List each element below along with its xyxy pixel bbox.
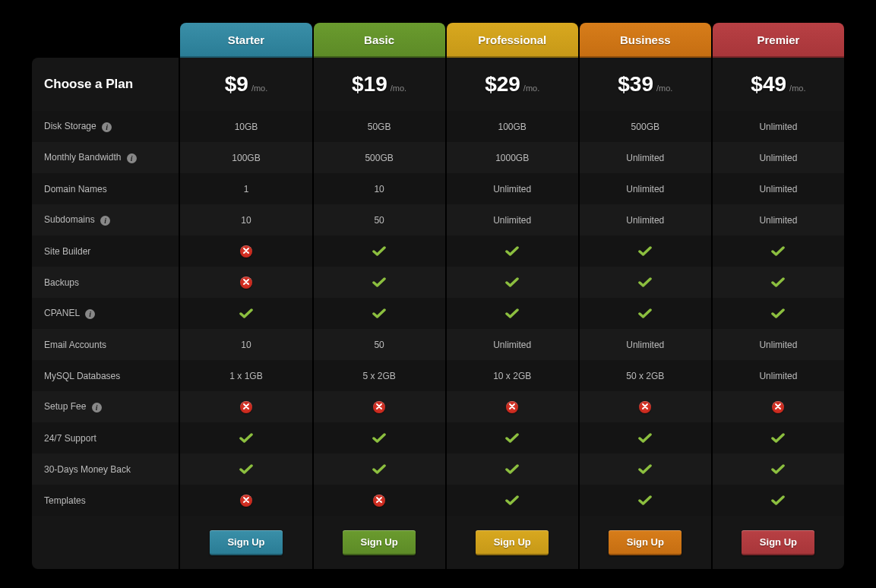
info-icon[interactable]: i xyxy=(102,122,112,132)
pricing-table: Starter Basic Professional Business Prem… xyxy=(30,23,846,569)
feature-value: Unlimited xyxy=(713,142,844,173)
feature-value-text: Unlimited xyxy=(626,215,664,226)
price-suffix: /mo. xyxy=(391,84,406,93)
feature-value-text: Unlimited xyxy=(626,340,664,350)
plan-name: Professional xyxy=(478,33,546,46)
feature-value: 500GB xyxy=(314,142,445,173)
feature-value: Unlimited xyxy=(580,142,711,173)
feature-row: 24/7 Support xyxy=(32,422,844,454)
price-value: $49 xyxy=(751,72,786,96)
signup-row: Sign UpSign UpSign UpSign UpSign Up xyxy=(32,516,844,569)
feature-value-text: 50 xyxy=(374,340,384,350)
info-icon[interactable]: i xyxy=(127,153,137,163)
feature-value xyxy=(314,454,445,485)
check-icon xyxy=(771,277,785,288)
feature-value xyxy=(180,267,312,298)
feature-value-text: Unlimited xyxy=(759,153,797,163)
cross-icon xyxy=(639,401,651,413)
feature-value-text: Unlimited xyxy=(626,153,664,163)
info-icon[interactable]: i xyxy=(92,403,102,413)
feature-value-text: Unlimited xyxy=(759,122,797,132)
plan-header-professional: Professional xyxy=(447,23,578,58)
feature-value-text: 10 x 2GB xyxy=(493,371,531,381)
feature-label: Email Accounts xyxy=(32,329,179,360)
feature-value: Unlimited xyxy=(713,173,844,204)
check-icon xyxy=(372,464,386,475)
cross-icon xyxy=(240,401,252,413)
signup-button-professional[interactable]: Sign Up xyxy=(476,530,549,555)
check-icon xyxy=(771,246,785,257)
check-icon xyxy=(638,464,652,475)
signup-button-premier[interactable]: Sign Up xyxy=(742,530,814,555)
feature-value: 1 xyxy=(180,173,312,204)
feature-value xyxy=(180,236,312,267)
plan-price-professional: $29/mo. xyxy=(447,58,578,111)
price-value: $19 xyxy=(352,72,387,96)
feature-value-text: 100GB xyxy=(498,122,527,132)
info-icon[interactable]: i xyxy=(100,216,110,226)
feature-label: Subdomains i xyxy=(32,204,179,236)
feature-value: Unlimited xyxy=(713,329,844,360)
feature-row: 30-Days Money Back xyxy=(32,454,844,485)
feature-value xyxy=(447,391,578,422)
feature-row: Templates xyxy=(32,485,844,516)
feature-row: Domain Names110UnlimitedUnlimitedUnlimit… xyxy=(32,173,844,204)
feature-value xyxy=(314,422,445,454)
feature-label: Setup Fee i xyxy=(32,391,179,422)
feature-value xyxy=(447,485,578,516)
feature-value: Unlimited xyxy=(713,204,844,236)
feature-value-text: 1 x 1GB xyxy=(229,371,262,381)
check-icon xyxy=(638,495,652,506)
feature-label: Monthly Bandwidth i xyxy=(32,142,179,173)
feature-label: CPANEL i xyxy=(32,298,179,329)
signup-button-basic[interactable]: Sign Up xyxy=(343,530,416,555)
feature-value xyxy=(580,267,711,298)
feature-label: Backups xyxy=(32,267,179,298)
check-icon xyxy=(239,433,253,444)
check-icon xyxy=(505,277,519,288)
feature-value: Unlimited xyxy=(580,329,711,360)
feature-value xyxy=(314,298,445,329)
feature-value: 50 xyxy=(314,204,445,236)
check-icon xyxy=(505,308,519,319)
check-icon xyxy=(239,308,253,319)
check-icon xyxy=(771,433,785,444)
feature-value: 10 xyxy=(314,173,445,204)
price-suffix: /mo. xyxy=(251,84,267,93)
check-icon xyxy=(505,246,519,257)
feature-value: 10 xyxy=(180,204,312,236)
header-spacer xyxy=(32,23,179,58)
cross-icon xyxy=(772,401,784,413)
feature-value: Unlimited xyxy=(447,173,578,204)
signup-button-starter[interactable]: Sign Up xyxy=(210,530,283,555)
info-icon[interactable]: i xyxy=(85,309,95,319)
feature-value-text: 1000GB xyxy=(495,153,529,163)
feature-value: 100GB xyxy=(447,111,578,142)
price-value: $9 xyxy=(225,72,248,96)
price-suffix: /mo. xyxy=(656,84,672,93)
feature-value: Unlimited xyxy=(447,329,578,360)
signup-cell: Sign Up xyxy=(447,516,578,569)
feature-row: Site Builder xyxy=(32,236,844,267)
feature-value xyxy=(180,454,312,485)
check-icon xyxy=(638,433,652,444)
feature-value: Unlimited xyxy=(713,360,844,391)
plan-header-basic: Basic xyxy=(314,23,445,58)
cross-icon xyxy=(240,277,252,289)
price-value: $39 xyxy=(618,72,653,96)
plan-price-business: $39/mo. xyxy=(580,58,711,111)
check-icon xyxy=(372,308,386,319)
plan-header-starter: Starter xyxy=(180,23,312,58)
feature-value-text: Unlimited xyxy=(759,371,797,381)
feature-value xyxy=(180,485,312,516)
plan-price-basic: $19/mo. xyxy=(314,58,445,111)
feature-value xyxy=(713,236,844,267)
feature-value: 500GB xyxy=(580,111,711,142)
check-icon xyxy=(638,277,652,288)
feature-value xyxy=(580,298,711,329)
signup-button-business[interactable]: Sign Up xyxy=(609,530,682,555)
check-icon xyxy=(372,246,386,257)
feature-value-text: 10 xyxy=(241,340,251,350)
plan-name: Basic xyxy=(364,33,394,46)
feature-value-text: Unlimited xyxy=(493,184,531,194)
